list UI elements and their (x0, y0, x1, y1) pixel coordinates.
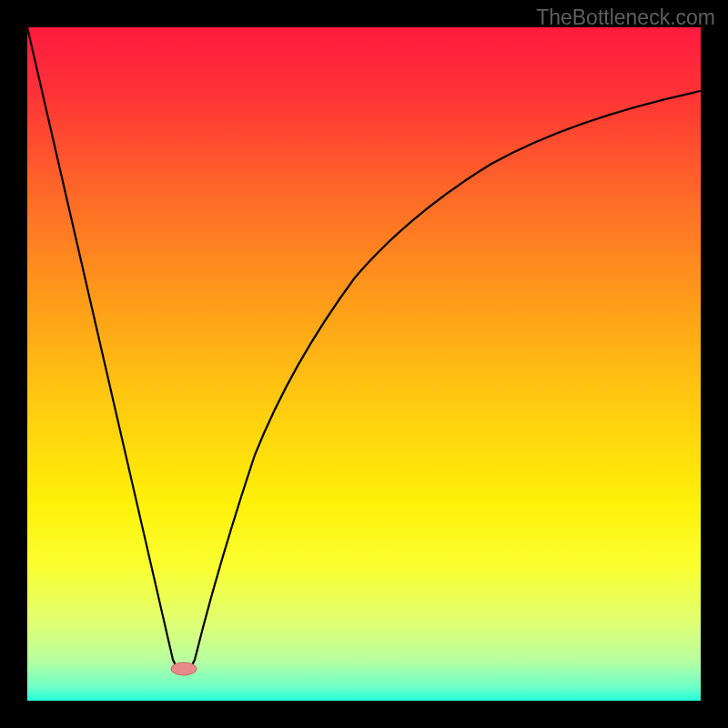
plot-background (27, 27, 701, 701)
optimal-point-marker (171, 662, 197, 675)
chart-container: TheBottleneck.com (0, 0, 728, 728)
bottleneck-chart (0, 0, 728, 728)
watermark: TheBottleneck.com (536, 5, 715, 30)
